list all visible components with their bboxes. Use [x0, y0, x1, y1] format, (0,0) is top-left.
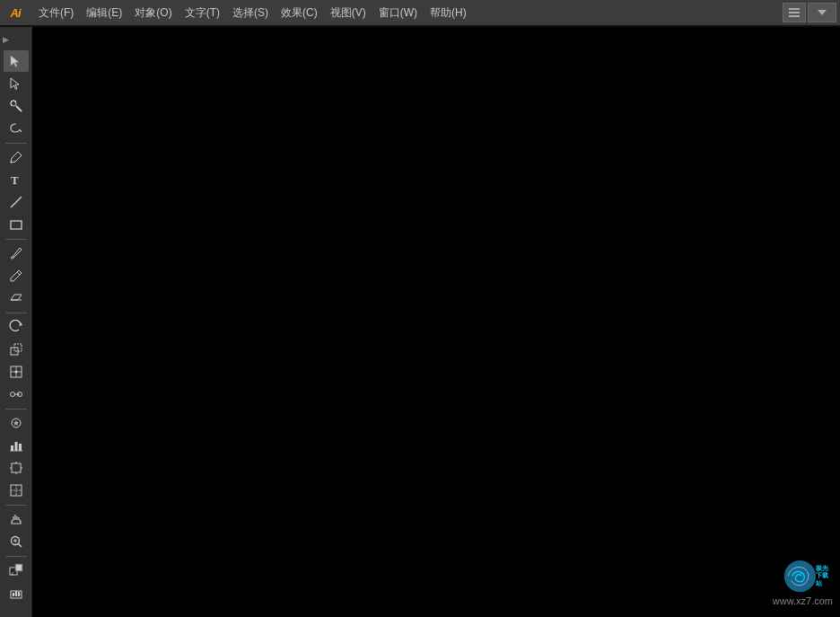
mesh-tool[interactable]	[4, 361, 29, 383]
svg-rect-29	[11, 445, 13, 451]
artboard-tool[interactable]	[4, 457, 29, 479]
menu-help[interactable]: 帮助(H)	[424, 2, 473, 24]
watermark-url: www.xz7.com	[773, 595, 833, 606]
app-logo: Ai	[4, 2, 27, 23]
svg-text:极光: 极光	[815, 564, 829, 571]
menu-edit[interactable]: 编辑(E)	[80, 2, 128, 24]
svg-point-11	[10, 162, 12, 163]
svg-text:站: 站	[815, 579, 823, 586]
bar-graph-tool2[interactable]	[4, 582, 29, 604]
svg-rect-46	[15, 564, 22, 571]
type-tool[interactable]: T	[4, 169, 29, 190]
magic-wand-tool[interactable]	[4, 95, 29, 117]
svg-rect-30	[14, 442, 17, 451]
svg-rect-31	[19, 444, 22, 451]
workspace-dropdown[interactable]	[808, 3, 836, 22]
selection-tool[interactable]	[4, 50, 29, 72]
svg-point-52	[784, 560, 816, 592]
toolbar: ▶	[0, 27, 32, 617]
menu-object[interactable]: 对象(O)	[128, 2, 178, 24]
svg-marker-27	[17, 393, 20, 396]
svg-line-15	[17, 272, 20, 275]
rectangle-tool[interactable]	[4, 214, 29, 235]
rotate-tool[interactable]	[4, 316, 29, 338]
watermark: 极光 下载 站 www.xz7.com	[773, 554, 833, 606]
svg-text:T: T	[11, 173, 19, 187]
tool-sep-3	[5, 313, 27, 313]
svg-point-23	[14, 371, 17, 374]
menu-view[interactable]: 视图(V)	[324, 2, 372, 24]
tool-sep-1	[5, 143, 27, 144]
graph-tool[interactable]	[4, 435, 29, 456]
svg-rect-51	[18, 592, 20, 596]
pen-tool[interactable]	[4, 146, 29, 168]
menubar: Ai 文件(F) 编辑(E) 对象(O) 文字(T) 选择(S) 效果(C) 视…	[0, 0, 840, 25]
menu-text[interactable]: 文字(T)	[179, 2, 226, 24]
tool-sep-2	[5, 239, 27, 240]
toolbar-collapse-handle[interactable]: ▶	[1, 31, 10, 48]
tool-sep-6	[5, 556, 27, 557]
svg-rect-49	[13, 593, 14, 596]
svg-point-24	[10, 392, 14, 397]
scale-tool[interactable]	[4, 339, 29, 360]
watermark-logo-svg: 极光 下载 站	[779, 554, 833, 594]
hand-tool[interactable]	[4, 508, 29, 530]
svg-rect-50	[15, 591, 17, 596]
pencil-tool[interactable]	[4, 265, 29, 286]
menu-effect[interactable]: 效果(C)	[275, 2, 324, 24]
svg-rect-0	[789, 8, 800, 10]
canvas-area[interactable]: 极光 下载 站 www.xz7.com	[32, 27, 840, 617]
direct-selection-tool[interactable]	[4, 73, 29, 94]
svg-rect-14	[11, 221, 22, 229]
slice-tool[interactable]	[4, 480, 29, 501]
tool-sep-4	[5, 409, 27, 410]
svg-line-13	[11, 197, 22, 207]
fill-stroke-tool[interactable]	[4, 560, 29, 581]
svg-rect-1	[789, 12, 800, 13]
paintbrush-tool[interactable]	[4, 242, 29, 264]
svg-text:下载: 下载	[816, 571, 828, 578]
svg-rect-33	[12, 463, 21, 472]
svg-line-42	[18, 544, 22, 548]
menu-file[interactable]: 文件(F)	[32, 2, 80, 24]
main-layout: ▶	[0, 27, 840, 617]
workspace-button[interactable]	[783, 3, 806, 22]
menu-window[interactable]: 窗口(W)	[372, 2, 424, 24]
svg-marker-3	[818, 10, 827, 15]
svg-marker-17	[19, 322, 22, 326]
tool-sep-5	[5, 505, 27, 506]
line-tool[interactable]	[4, 191, 29, 213]
symbol-tool[interactable]	[4, 412, 29, 434]
eraser-tool[interactable]	[4, 287, 29, 309]
blend-tool[interactable]	[4, 383, 29, 405]
lasso-tool[interactable]	[4, 118, 29, 139]
menu-select[interactable]: 选择(S)	[226, 2, 275, 24]
svg-line-4	[16, 106, 22, 111]
zoom-tool[interactable]	[4, 531, 29, 552]
svg-rect-2	[789, 15, 800, 17]
